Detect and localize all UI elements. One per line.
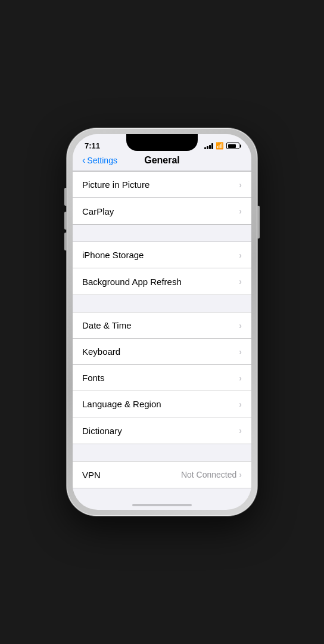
- settings-group-1: Picture in Picture › CarPlay ›: [73, 171, 251, 225]
- keyboard-right: ›: [239, 347, 242, 357]
- fonts-right: ›: [239, 373, 242, 383]
- chevron-right-icon: ›: [239, 470, 242, 479]
- scroll-content: Picture in Picture › CarPlay › iPhone St…: [73, 171, 251, 493]
- list-item-picture-in-picture[interactable]: Picture in Picture ›: [73, 172, 251, 198]
- chevron-right-icon: ›: [239, 206, 242, 216]
- chevron-right-icon: ›: [239, 180, 242, 190]
- picture-in-picture-right: ›: [239, 180, 242, 190]
- background-app-refresh-label: Background App Refresh: [82, 277, 182, 287]
- settings-group-2: iPhone Storage › Background App Refresh …: [73, 242, 251, 295]
- settings-group-4: VPN Not Connected ›: [73, 461, 251, 488]
- iphone-storage-right: ›: [239, 250, 242, 260]
- iphone-storage-label: iPhone Storage: [82, 250, 144, 260]
- chevron-right-icon: ›: [239, 347, 242, 357]
- notch: [126, 134, 198, 151]
- list-item-language-region[interactable]: Language & Region ›: [73, 391, 251, 417]
- language-region-label: Language & Region: [82, 399, 161, 409]
- back-chevron-icon: ‹: [82, 155, 85, 166]
- list-item-carplay[interactable]: CarPlay ›: [73, 198, 251, 224]
- separator-1: [73, 225, 251, 242]
- wifi-icon: 📶: [216, 142, 224, 150]
- back-button[interactable]: ‹ Settings: [82, 155, 117, 166]
- chevron-right-icon: ›: [239, 250, 242, 260]
- navigation-bar: ‹ Settings General: [73, 153, 251, 171]
- vpn-right: Not Connected ›: [181, 470, 242, 479]
- home-indicator: [132, 504, 192, 506]
- background-app-refresh-right: ›: [239, 277, 242, 286]
- status-icons: 📶: [204, 142, 239, 150]
- vpn-label: VPN: [82, 470, 101, 480]
- chevron-right-icon: ›: [239, 426, 242, 435]
- keyboard-label: Keyboard: [82, 346, 120, 357]
- dictionary-right: ›: [239, 426, 242, 435]
- vpn-value: Not Connected: [181, 470, 236, 479]
- chevron-right-icon: ›: [239, 277, 242, 286]
- carplay-right: ›: [239, 206, 242, 216]
- separator-3: [73, 444, 251, 461]
- carplay-label: CarPlay: [82, 206, 114, 216]
- chevron-right-icon: ›: [239, 321, 242, 330]
- dictionary-label: Dictionary: [82, 426, 122, 436]
- list-item-vpn[interactable]: VPN Not Connected ›: [73, 462, 251, 488]
- page-title: General: [144, 155, 180, 166]
- list-item-date-time[interactable]: Date & Time ›: [73, 312, 251, 339]
- language-region-right: ›: [239, 400, 242, 409]
- signal-icon: [204, 143, 213, 149]
- chevron-right-icon: ›: [239, 400, 242, 409]
- separator-4: [73, 488, 251, 493]
- list-item-fonts[interactable]: Fonts ›: [73, 365, 251, 391]
- list-item-background-app-refresh[interactable]: Background App Refresh ›: [73, 268, 251, 295]
- status-time: 7:11: [85, 141, 100, 150]
- date-time-label: Date & Time: [82, 320, 132, 330]
- list-item-dictionary[interactable]: Dictionary ›: [73, 417, 251, 444]
- battery-icon: [226, 143, 239, 149]
- settings-group-3: Date & Time › Keyboard › Fonts ›: [73, 312, 251, 444]
- separator-2: [73, 295, 251, 312]
- back-label: Settings: [87, 156, 117, 165]
- date-time-right: ›: [239, 321, 242, 330]
- fonts-label: Fonts: [82, 373, 105, 383]
- chevron-right-icon: ›: [239, 373, 242, 383]
- picture-in-picture-label: Picture in Picture: [82, 179, 149, 190]
- list-item-keyboard[interactable]: Keyboard ›: [73, 339, 251, 365]
- list-item-iphone-storage[interactable]: iPhone Storage ›: [73, 242, 251, 268]
